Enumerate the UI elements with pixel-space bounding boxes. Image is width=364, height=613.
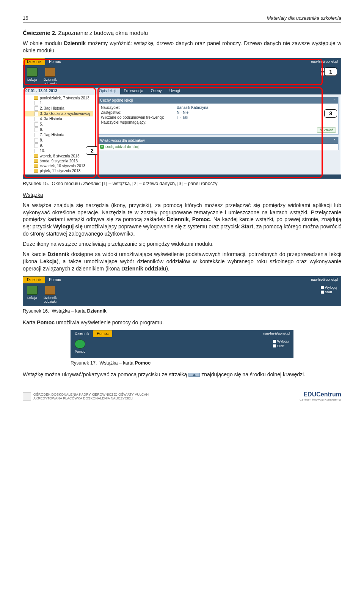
footer-left-line2: AKREDYTOWANA PLACÓWKA DOSKONALENIA NAUCZ… [33, 396, 149, 400]
wyloguj-link[interactable]: Wyloguj [273, 340, 289, 343]
pomoc-paragraph: Karta Pomoc umożliwia wyświetlenie pomoc… [23, 319, 341, 326]
screenshot-window-dziennik: Dziennik Pomoc nau-his@uonet.pl Lekcja D… [23, 58, 341, 179]
ribbon-dziennik-oddzialu[interactable]: Dziennik oddziału [42, 285, 58, 304]
start-link[interactable]: Start [321, 290, 337, 294]
educentrum-sub: Centrum Rozwoju Kompetencji [300, 398, 341, 401]
callout-label-3: 3 [324, 109, 337, 118]
home-icon [321, 291, 324, 294]
dziennik-oddzialu-icon [45, 286, 55, 295]
vulcan-logo-icon [23, 392, 31, 401]
user-label: nau-his@uonet.pl [260, 330, 293, 337]
hide-ribbon-paragraph: Wstążkę można ukrywać/pokazywać za pomoc… [23, 371, 341, 378]
caption-17: Rysunek 17. Wstążka – karta Pomoc [71, 360, 341, 366]
tab-dziennik[interactable]: Dziennik [23, 277, 45, 283]
start-link[interactable]: Start [273, 344, 289, 348]
page-number: 16 [23, 15, 28, 21]
exercise-heading: Ćwiczenie 2. Zapoznanie z budową okna mo… [23, 30, 341, 36]
logout-icon [321, 286, 324, 289]
page-header: 16 Materiały dla uczestnika szkolenia [23, 15, 341, 23]
wyloguj-link[interactable]: Wyloguj [321, 286, 337, 289]
callout-label-1: 1 [324, 68, 337, 76]
tab-pomoc[interactable]: Pomoc [45, 277, 64, 283]
tab-pomoc[interactable]: Pomoc [93, 330, 112, 337]
collapse-icon[interactable]: ⌃ [333, 98, 336, 102]
ribbon-lekcja[interactable]: Lekcja [25, 285, 39, 304]
ribbon-pomoc[interactable]: Pomoc [73, 339, 87, 354]
big-icons-paragraph: Duże ikony na wstążce umożliwiają przełą… [23, 240, 341, 248]
doc-title: Materiały dla uczestnika szkolenia [267, 15, 341, 21]
tab-dziennik[interactable]: Dziennik [71, 330, 93, 337]
exercise-title: Zapoznanie z budową okna modułu [58, 30, 148, 36]
home-icon [273, 344, 276, 347]
exercise-label: Ćwiczenie 2. [23, 30, 56, 36]
dziennik-card-paragraph: Na karcie Dziennik dostępne są widoki um… [23, 251, 341, 272]
collapse-icon[interactable]: ⌃ [333, 138, 336, 143]
arrow-toggle-icon [188, 373, 200, 377]
wstazka-paragraph: Na wstążce znajdują się narzędzia (ikony… [23, 202, 341, 237]
caption-15: Rysunek 15. Okno modułu Dziennik: [1] – … [23, 181, 341, 186]
callout-ribbon [24, 59, 323, 85]
caption-16: Rysunek 16. Wstążka – karta Dziennik [23, 308, 341, 314]
lekcja-icon [27, 286, 38, 295]
page-footer: OŚRODEK DOSKONALENIA KADRY KIEROWNICZEJ … [23, 387, 341, 401]
logout-icon [273, 340, 276, 343]
help-icon [75, 340, 85, 349]
screenshot-ribbon-pomoc: Dziennik Pomoc nau-his@uonet.pl Pomoc Wy… [71, 330, 293, 358]
intro-paragraph: W oknie modułu Dziennik możemy wyróżnić:… [23, 40, 341, 54]
callout-panel [97, 87, 323, 178]
callout-label-2: 2 [86, 146, 99, 155]
subheading-wstazka: Wstążka [23, 192, 43, 198]
callout-tree [24, 87, 96, 178]
footer-left-line1: OŚRODEK DOSKONALENIA KADRY KIEROWNICZEJ … [33, 393, 149, 396]
screenshot-ribbon-dziennik: Dziennik Pomoc nau-his@uonet.pl Lekcja D… [23, 276, 341, 306]
user-label: nau-his@uonet.pl [308, 277, 341, 283]
educentrum-logo: EDUCentrum [303, 391, 341, 398]
